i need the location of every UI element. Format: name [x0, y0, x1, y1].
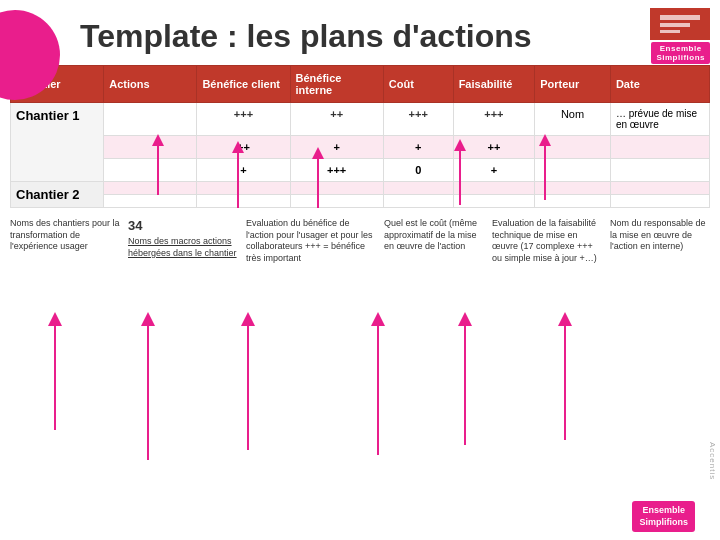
- cout-1-1: +++: [383, 103, 453, 136]
- annotation-macro: 34 Noms des macros actions hébergées dan…: [128, 218, 238, 265]
- page-header: Template : les plans d'actions Ensemble …: [0, 0, 720, 65]
- date-2-2: [610, 195, 709, 208]
- table-header-row: Chantier Actions Bénéfice client Bénéfic…: [11, 66, 710, 103]
- annotation-faisabilite: Evaluation de la faisabilité technique d…: [492, 218, 602, 265]
- col-benefice-interne: Bénéfice interne: [290, 66, 383, 103]
- benefice-client-2-1: [197, 182, 290, 195]
- chantier-annotation-text: Noms des chantiers pour la transformatio…: [10, 218, 120, 253]
- col-faisabilite: Faisabilité: [453, 66, 535, 103]
- faisabilite-2-2: [453, 195, 535, 208]
- logo-top: [650, 8, 710, 40]
- ensemble-text: Ensemble: [642, 505, 685, 515]
- chantier-2-cell: Chantier 2: [11, 182, 104, 208]
- chantier-1-cell: Chantier 1: [11, 103, 104, 182]
- actions-cell-1-1: [104, 103, 197, 136]
- col-porteur: Porteur: [535, 66, 611, 103]
- annotation-benefice: Evaluation du bénéfice de l'action pour …: [246, 218, 376, 265]
- faisabilite-1-3: +: [453, 159, 535, 182]
- col-benefice-client: Bénéfice client: [197, 66, 290, 103]
- porteur-annotation-text: Nom du responsable de la mise en œuvre d…: [610, 218, 710, 253]
- table-row: [11, 195, 710, 208]
- benefice-client-1-3: +: [197, 159, 290, 182]
- cout-1-2: +: [383, 136, 453, 159]
- accentis-label: Accentis: [708, 442, 717, 480]
- svg-rect-2: [660, 23, 690, 27]
- actions-cell-2-2: [104, 195, 197, 208]
- logo-bottom-brand: Ensemble Simplifions: [651, 42, 710, 64]
- date-1-3: [610, 159, 709, 182]
- date-2-1: [610, 182, 709, 195]
- date-1-1: … prévue de mise en œuvre: [610, 103, 709, 136]
- faisabilite-1-1: +++: [453, 103, 535, 136]
- actions-cell-2-1: [104, 182, 197, 195]
- simplifions-text: Simplifions: [639, 517, 688, 527]
- svg-rect-1: [660, 15, 700, 20]
- ensemble-label: Ensemble: [660, 44, 702, 53]
- table-row: ++ + + ++: [11, 136, 710, 159]
- table-row: Chantier 1 +++ ++ +++ +++ Nom … prévue d…: [11, 103, 710, 136]
- svg-rect-3: [660, 30, 680, 33]
- ensemble-logo: Ensemble Simplifions: [632, 501, 695, 532]
- col-cout: Coût: [383, 66, 453, 103]
- porteur-1-1: Nom: [535, 103, 611, 136]
- table-row: Chantier 2: [11, 182, 710, 195]
- benefice-interne-1-1: ++: [290, 103, 383, 136]
- benefice-client-2-2: [197, 195, 290, 208]
- benefice-client-1-1: +++: [197, 103, 290, 136]
- action-plan-table: Chantier Actions Bénéfice client Bénéfic…: [10, 65, 710, 208]
- porteur-2-2: [535, 195, 611, 208]
- benefice-client-1-2: ++: [197, 136, 290, 159]
- macro-annotation-text: Noms des macros actions hébergées dans l…: [128, 236, 238, 259]
- cout-2-1: [383, 182, 453, 195]
- benefice-interne-1-3: +++: [290, 159, 383, 182]
- benefice-interne-1-2: +: [290, 136, 383, 159]
- porteur-2-1: [535, 182, 611, 195]
- faisabilite-2-1: [453, 182, 535, 195]
- actions-cell-1-3: [104, 159, 197, 182]
- page-title: Template : les plans d'actions: [80, 18, 700, 55]
- ensemble-simplifions-box: Ensemble Simplifions: [632, 501, 695, 532]
- faisabilite-annotation-text: Evaluation de la faisabilité technique d…: [492, 218, 602, 265]
- annotation-number: 34: [128, 218, 238, 233]
- date-1-2: [610, 136, 709, 159]
- table-wrap: Chantier Actions Bénéfice client Bénéfic…: [10, 65, 710, 208]
- logo-area: Ensemble Simplifions ALLER PLUS LOIN: [649, 8, 710, 73]
- annotation-cout: Quel est le coût (même approximatif de l…: [384, 218, 484, 265]
- benefice-interne-2-2: [290, 195, 383, 208]
- main-content: Chantier Actions Bénéfice client Bénéfic…: [0, 65, 720, 208]
- cout-2-2: [383, 195, 453, 208]
- cout-1-3: 0: [383, 159, 453, 182]
- faisabilite-1-2: ++: [453, 136, 535, 159]
- actions-cell-1-2: [104, 136, 197, 159]
- col-date: Date: [610, 66, 709, 103]
- benefice-interne-2-1: [290, 182, 383, 195]
- table-row: + +++ 0 +: [11, 159, 710, 182]
- footer-annotations: Noms des chantiers pour la transformatio…: [0, 212, 720, 265]
- porteur-1-2: [535, 136, 611, 159]
- porteur-1-3: [535, 159, 611, 182]
- simplifions-label: Simplifions: [656, 53, 705, 62]
- annotation-chantier: Noms des chantiers pour la transformatio…: [10, 218, 120, 265]
- annotation-porteur: Nom du responsable de la mise en œuvre d…: [610, 218, 710, 265]
- cout-annotation-text: Quel est le coût (même approximatif de l…: [384, 218, 484, 253]
- col-actions: Actions: [104, 66, 197, 103]
- benefice-annotation-text: Evaluation du bénéfice de l'action pour …: [246, 218, 376, 265]
